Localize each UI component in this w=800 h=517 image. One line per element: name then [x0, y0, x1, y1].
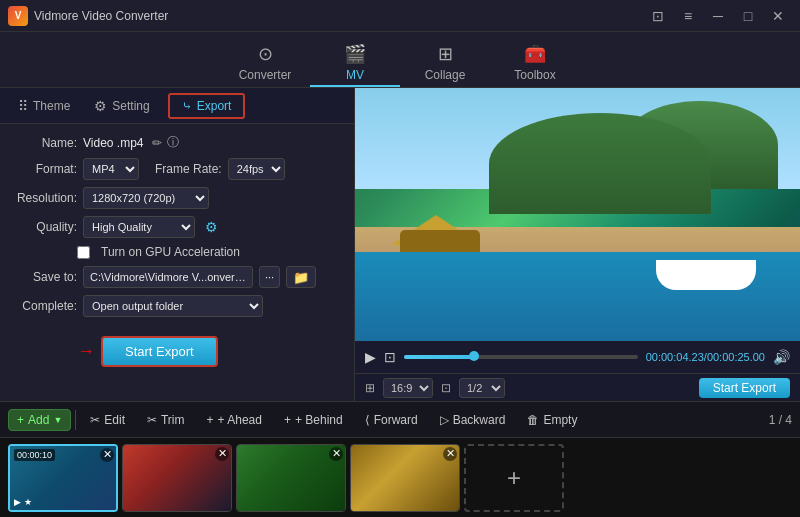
add-chevron: ▼ — [53, 415, 62, 425]
sub-nav-theme-label: Theme — [33, 99, 70, 113]
red-arrow-left: → — [77, 341, 95, 362]
video-controls-bottom: ⊞ 16:9 4:3 1:1 ⊡ 1/2 1/4 Full Start Expo… — [355, 373, 800, 401]
complete-label: Complete: — [12, 299, 77, 313]
browse-dots-btn[interactable]: ··· — [259, 266, 280, 288]
sub-nav-export[interactable]: ⤷ Export — [168, 93, 246, 119]
tab-converter[interactable]: ⊙ Converter — [220, 39, 310, 87]
message-btn[interactable]: ⊡ — [644, 6, 672, 26]
resolution-label: Resolution: — [12, 191, 77, 205]
film-close-3[interactable]: ✕ — [329, 447, 343, 461]
tab-mv[interactable]: 🎬 MV — [310, 39, 400, 87]
separator-1 — [75, 410, 76, 430]
quality-label: Quality: — [12, 220, 77, 234]
main-area: ⠿ Theme ⚙ Setting ⤷ Export Name: Video .… — [0, 88, 800, 401]
resolution-row: Resolution: 1280x720 (720p) 1920x1080 (1… — [12, 187, 342, 209]
info-icon[interactable]: ⓘ — [167, 134, 179, 151]
folder-btn[interactable]: 📁 — [286, 266, 316, 288]
window-controls[interactable]: ⊡ ≡ ─ □ ✕ — [644, 6, 792, 26]
sub-nav-setting-label: Setting — [112, 99, 149, 113]
quality-gear-icon[interactable]: ⚙ — [205, 219, 218, 235]
name-value: Video .mp4 — [83, 136, 144, 150]
ratio-select[interactable]: 16:9 4:3 1:1 — [383, 378, 433, 398]
ahead-plus-icon: + — [207, 413, 214, 427]
scene-boat — [656, 260, 756, 290]
sub-nav-setting[interactable]: ⚙ Setting — [84, 94, 159, 118]
format-label: Format: — [12, 162, 77, 176]
start-export-left-btn[interactable]: Start Export — [101, 336, 218, 367]
film-clip-2[interactable]: ✕ — [122, 444, 232, 512]
stop-btn[interactable]: ⊡ — [384, 349, 396, 365]
film-play-1[interactable]: ▶ — [14, 497, 21, 507]
film-duration-1: 00:00:10 — [14, 449, 55, 461]
maximize-btn[interactable]: □ — [734, 6, 762, 26]
edit-btn[interactable]: ✂ Edit — [80, 409, 135, 431]
complete-row: Complete: Open output folder Do nothing — [12, 295, 342, 317]
film-add-btn[interactable]: + — [464, 444, 564, 512]
nav-tabs: ⊙ Converter 🎬 MV ⊞ Collage 🧰 Toolbox — [0, 32, 800, 88]
framerate-select[interactable]: 24fps 30fps 60fps — [228, 158, 285, 180]
video-preview — [355, 88, 800, 341]
ratio-icon: ⊞ — [365, 381, 375, 395]
progress-thumb — [469, 351, 479, 361]
sub-nav: ⠿ Theme ⚙ Setting ⤷ Export — [0, 88, 354, 124]
theme-grid-icon: ⠿ — [18, 98, 28, 114]
toolbox-icon: 🧰 — [524, 43, 546, 65]
setting-gear-icon: ⚙ — [94, 98, 107, 114]
fraction-select[interactable]: 1/2 1/4 Full — [459, 378, 505, 398]
left-panel: ⠿ Theme ⚙ Setting ⤷ Export Name: Video .… — [0, 88, 355, 401]
app-icon: V — [8, 6, 28, 26]
minimize-btn[interactable]: ─ — [704, 6, 732, 26]
trim-btn[interactable]: ✂ Trim — [137, 409, 195, 431]
menu-btn[interactable]: ≡ — [674, 6, 702, 26]
edit-icon[interactable]: ✏ — [152, 136, 162, 150]
format-select[interactable]: MP4 MOV AVI — [83, 158, 139, 180]
save-path-input[interactable] — [83, 266, 253, 288]
film-close-4[interactable]: ✕ — [443, 447, 457, 461]
backward-icon: ▷ — [440, 413, 449, 427]
quality-select[interactable]: High Quality Standard Quality Low Qualit… — [83, 216, 195, 238]
form-area: Name: Video .mp4 ✏ ⓘ Format: MP4 MOV AVI — [0, 124, 354, 401]
close-btn[interactable]: ✕ — [764, 6, 792, 26]
progress-bar[interactable] — [404, 355, 638, 359]
film-add-icon: + — [507, 464, 521, 492]
collage-icon: ⊞ — [438, 43, 453, 65]
sub-nav-export-label: Export — [197, 99, 232, 113]
forward-icon: ⟨ — [365, 413, 370, 427]
tab-converter-label: Converter — [239, 68, 292, 82]
empty-btn[interactable]: 🗑 Empty — [517, 409, 587, 431]
film-close-1[interactable]: ✕ — [100, 448, 114, 462]
add-btn[interactable]: + + Add Add ▼ — [8, 409, 71, 431]
play-btn[interactable]: ▶ — [365, 349, 376, 365]
trim-icon: ✂ — [147, 413, 157, 427]
backward-btn[interactable]: ▷ Backward — [430, 409, 516, 431]
start-export-section: → Start Export — [77, 336, 342, 367]
film-clip-3[interactable]: ✕ — [236, 444, 346, 512]
tab-collage[interactable]: ⊞ Collage — [400, 39, 490, 87]
forward-btn[interactable]: ⟨ Forward — [355, 409, 428, 431]
resolution-select[interactable]: 1280x720 (720p) 1920x1080 (1080p) 854x48… — [83, 187, 209, 209]
filmstrip: 00:00:10 ✕ ▶ ★ ✕ ✕ ✕ + — [0, 437, 800, 517]
tab-mv-label: MV — [346, 68, 364, 82]
quality-row: Quality: High Quality Standard Quality L… — [12, 216, 342, 238]
film-clip-4[interactable]: ✕ — [350, 444, 460, 512]
title-bar: V Vidmore Video Converter ⊡ ≡ ─ □ ✕ — [0, 0, 800, 32]
add-icon: + — [17, 413, 24, 427]
name-row: Name: Video .mp4 ✏ ⓘ — [12, 134, 342, 151]
start-export-right-btn[interactable]: Start Export — [699, 378, 790, 398]
volume-icon[interactable]: 🔊 — [773, 349, 790, 365]
page-indicator: 1 / 4 — [769, 413, 792, 427]
ahead-btn[interactable]: + + Ahead — [197, 409, 272, 431]
film-clip-1[interactable]: 00:00:10 ✕ ▶ ★ — [8, 444, 118, 512]
film-star-1[interactable]: ★ — [24, 497, 32, 507]
app-title: Vidmore Video Converter — [34, 9, 168, 23]
gpu-checkbox[interactable] — [77, 246, 90, 259]
complete-select[interactable]: Open output folder Do nothing — [83, 295, 263, 317]
sub-nav-theme[interactable]: ⠿ Theme — [8, 94, 80, 118]
progress-fill — [404, 355, 474, 359]
film-close-2[interactable]: ✕ — [215, 447, 229, 461]
fraction-icon: ⊡ — [441, 381, 451, 395]
tab-toolbox-label: Toolbox — [514, 68, 555, 82]
tab-toolbox[interactable]: 🧰 Toolbox — [490, 39, 580, 87]
behind-btn[interactable]: + + Behind — [274, 409, 353, 431]
scene-mountain-main — [489, 113, 712, 214]
